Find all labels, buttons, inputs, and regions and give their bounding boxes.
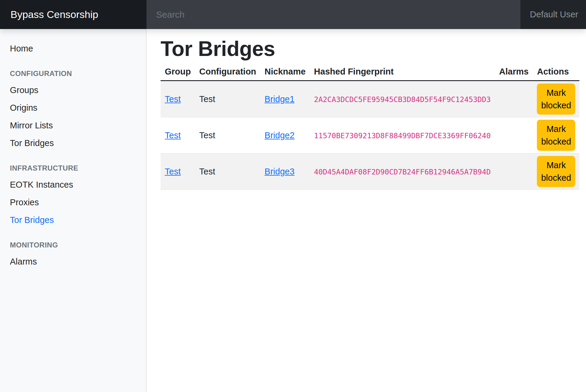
- user-menu[interactable]: Default User: [520, 0, 586, 29]
- fingerprint-cell: 11570BE7309213D8F88499DBF7DCE3369FF06240: [310, 117, 495, 154]
- actions-cell: Mark blocked: [533, 117, 579, 154]
- sidebar-item-mirror-lists[interactable]: Mirror Lists: [10, 119, 140, 132]
- fingerprint-cell: 40D45A4DAF08F2D90CD7B24FF6B12946A5A7B94D: [310, 154, 495, 190]
- alarms-cell: [495, 81, 533, 117]
- main-content: Tor Bridges Group Configuration Nickname: [146, 29, 586, 392]
- app-root: Bypass Censorship Default User HomeCONFI…: [0, 0, 586, 392]
- top-navbar: Bypass Censorship Default User: [0, 0, 586, 29]
- actions-cell: Mark blocked: [533, 81, 579, 117]
- group-cell: Test: [161, 154, 195, 190]
- group-link[interactable]: Test: [165, 167, 181, 176]
- sidebar-section-monitoring: MONITORING: [10, 240, 140, 250]
- search-input[interactable]: [146, 0, 520, 29]
- sidebar-item-home[interactable]: Home: [10, 42, 140, 55]
- sidebar-item-tor-bridges[interactable]: Tor Bridges: [10, 214, 140, 227]
- fingerprint-code: 40D45A4DAF08F2D90CD7B24FF6B12946A5A7B94D: [314, 168, 491, 176]
- column-header-actions: Actions: [533, 63, 579, 81]
- nickname-link[interactable]: Bridge2: [265, 130, 294, 140]
- page-shell: HomeCONFIGURATIONGroupsOriginsMirror Lis…: [0, 29, 586, 392]
- nickname-cell: Bridge1: [260, 81, 310, 117]
- column-header-nickname: Nickname: [260, 63, 310, 81]
- nickname-link[interactable]: Bridge1: [265, 94, 294, 104]
- column-header-alarms: Alarms: [495, 63, 533, 81]
- alarms-cell: [495, 117, 533, 154]
- column-header-configuration: Configuration: [195, 63, 260, 81]
- configuration-cell: Test: [195, 117, 260, 154]
- mark-blocked-button[interactable]: Mark blocked: [537, 120, 575, 151]
- group-cell: Test: [161, 81, 195, 117]
- sidebar-item-tor-bridges[interactable]: Tor Bridges: [10, 137, 140, 150]
- brand-link[interactable]: Bypass Censorship: [0, 0, 146, 29]
- sidebar-item-groups[interactable]: Groups: [10, 84, 140, 97]
- configuration-cell: Test: [195, 154, 260, 190]
- sidebar-section-infrastructure: INFRASTRUCTURE: [10, 163, 140, 174]
- table-row: TestTestBridge211570BE7309213D8F88499DBF…: [161, 117, 579, 154]
- nickname-link[interactable]: Bridge3: [265, 167, 294, 176]
- sidebar-item-proxies[interactable]: Proxies: [10, 196, 140, 209]
- table-row: TestTestBridge340D45A4DAF08F2D90CD7B24FF…: [161, 154, 579, 190]
- fingerprint-cell: 2A2CA3DCDC5FE95945CB3D84D5F54F9C12453DD3: [310, 81, 495, 117]
- column-header-hashed-fingerprint: Hashed Fingerprint: [310, 63, 495, 81]
- table-row: TestTestBridge12A2CA3DCDC5FE95945CB3D84D…: [161, 81, 579, 117]
- configuration-cell: Test: [195, 81, 260, 117]
- search-area: [146, 0, 520, 29]
- fingerprint-code: 2A2CA3DCDC5FE95945CB3D84D5F54F9C12453DD3: [314, 95, 491, 104]
- sidebar-section-configuration: CONFIGURATION: [10, 68, 140, 79]
- nickname-cell: Bridge2: [260, 117, 310, 154]
- sidebar-item-eotk-instances[interactable]: EOTK Instances: [10, 178, 140, 191]
- actions-cell: Mark blocked: [533, 154, 579, 190]
- page-title: Tor Bridges: [161, 37, 579, 61]
- bridges-table-body: TestTestBridge12A2CA3DCDC5FE95945CB3D84D…: [161, 81, 579, 190]
- column-header-group: Group: [161, 63, 195, 81]
- sidebar-item-alarms[interactable]: Alarms: [10, 255, 140, 268]
- sidebar: HomeCONFIGURATIONGroupsOriginsMirror Lis…: [0, 29, 146, 392]
- sidebar-item-origins[interactable]: Origins: [10, 101, 140, 114]
- alarms-cell: [495, 154, 533, 190]
- fingerprint-code: 11570BE7309213D8F88499DBF7DCE3369FF06240: [314, 131, 491, 140]
- header-row: Group Configuration Nickname Hashed Fing…: [161, 63, 579, 81]
- group-link[interactable]: Test: [165, 130, 181, 140]
- group-link[interactable]: Test: [165, 94, 181, 104]
- bridges-table-head: Group Configuration Nickname Hashed Fing…: [161, 63, 579, 81]
- group-cell: Test: [161, 117, 195, 154]
- mark-blocked-button[interactable]: Mark blocked: [537, 156, 575, 187]
- bridges-table: Group Configuration Nickname Hashed Fing…: [161, 63, 579, 190]
- nickname-cell: Bridge3: [260, 154, 310, 190]
- mark-blocked-button[interactable]: Mark blocked: [537, 83, 575, 115]
